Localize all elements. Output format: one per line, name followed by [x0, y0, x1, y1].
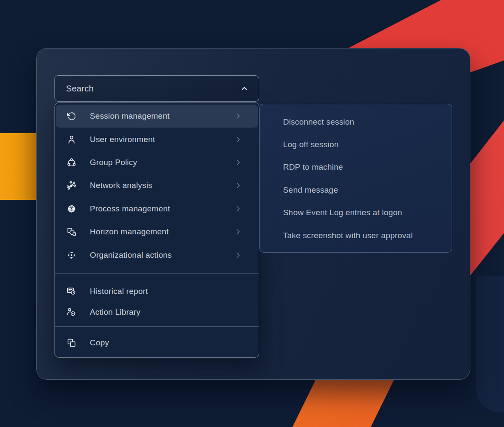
menu-item-label: Group Policy [90, 158, 137, 167]
submenu-item-take-screenshot[interactable]: Take screenshot with user approval [283, 224, 452, 247]
submenu-item-show-event-log[interactable]: Show Event Log entries at logon [283, 202, 452, 224]
actions-menu: Session management User environment [54, 102, 259, 358]
menu-divider [55, 273, 259, 274]
menu-item-network-analysis[interactable]: Network analysis [56, 174, 258, 197]
menu-item-group-policy[interactable]: Group Policy [56, 151, 258, 174]
menu-item-label: Network analysis [90, 181, 152, 190]
menu-item-label: Action Library [90, 307, 140, 317]
menu-item-action-library[interactable]: Action Library [56, 302, 258, 322]
session-management-submenu: Disconnect session Log off session RDP t… [259, 104, 452, 253]
menu-section-reports: Historical report Action Library [55, 281, 259, 322]
decor-amber-bar [0, 133, 36, 200]
submenu-item-rdp-to-machine[interactable]: RDP to machine [283, 156, 452, 179]
menu-item-label: Session management [90, 111, 169, 121]
menu-section-actions: Session management User environment [55, 105, 259, 267]
org-actions-icon [66, 249, 77, 261]
user-icon [66, 134, 77, 145]
historical-report-icon [66, 285, 77, 297]
group-policy-icon [66, 157, 77, 168]
chevron-right-icon [233, 204, 243, 214]
menu-item-historical-report[interactable]: Historical report [56, 281, 258, 302]
chevron-right-icon [233, 251, 243, 260]
menu-item-process-management[interactable]: Process management [56, 197, 258, 220]
menu-item-label: Copy [90, 338, 109, 347]
menu-item-label: Historical report [90, 287, 148, 296]
menu-item-label: User environment [90, 135, 155, 144]
gear-icon [66, 203, 77, 215]
submenu-item-send-message[interactable]: Send message [283, 179, 452, 201]
chevron-up-icon [239, 83, 249, 94]
copy-icon [66, 337, 77, 349]
decor-navy-corner [476, 276, 504, 413]
network-icon [66, 179, 77, 191]
app-window: Search Session management [0, 0, 504, 427]
submenu-item-log-off-session[interactable]: Log off session [283, 133, 452, 156]
menu-item-label: Horizon management [90, 227, 169, 236]
menu-divider [55, 326, 259, 327]
menu-item-label: Organizational actions [90, 251, 172, 260]
chevron-right-icon [233, 227, 243, 236]
menu-item-horizon-management[interactable]: Horizon management [56, 220, 258, 243]
menu-section-clipboard: Copy [55, 332, 259, 353]
chevron-right-icon [233, 135, 243, 144]
chevron-right-icon [233, 181, 243, 190]
chevron-right-icon [233, 111, 243, 121]
menu-item-session-management[interactable]: Session management [56, 105, 258, 128]
horizon-icon [66, 226, 77, 238]
action-library-icon [66, 306, 77, 318]
chevron-right-icon [233, 158, 243, 167]
submenu-item-disconnect-session[interactable]: Disconnect session [283, 111, 452, 133]
session-history-icon [66, 110, 77, 122]
main-panel: Search Session management [36, 48, 470, 380]
menu-item-label: Process management [90, 204, 170, 214]
menu-item-copy[interactable]: Copy [56, 332, 258, 353]
search-box[interactable]: Search [54, 75, 259, 102]
menu-item-user-environment[interactable]: User environment [56, 128, 258, 151]
search-label: Search [66, 84, 94, 94]
menu-item-organizational-actions[interactable]: Organizational actions [56, 243, 258, 266]
